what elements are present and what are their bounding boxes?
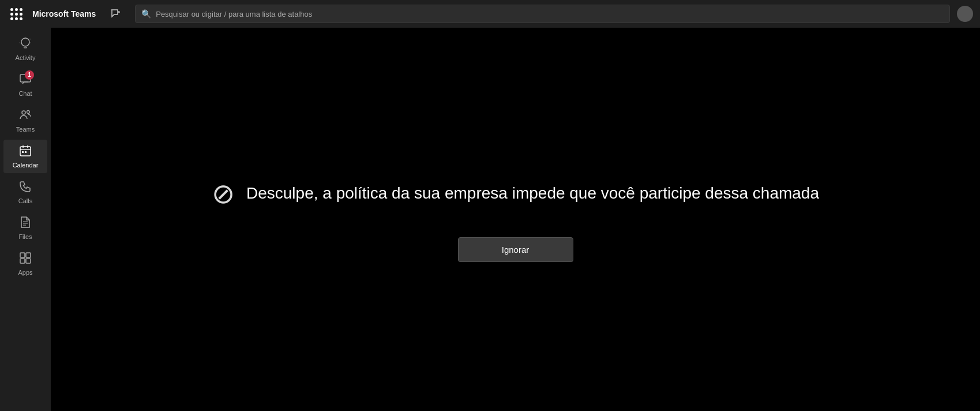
teams-icon (19, 109, 32, 124)
svg-rect-7 (26, 253, 31, 257)
main-content: ⊘ Desculpe, a política da sua empresa im… (51, 28, 980, 411)
teams-label: Teams (16, 126, 35, 133)
main-area: Activity 1 Chat Teams (0, 28, 980, 411)
apps-label: Apps (18, 269, 32, 276)
sidebar-item-teams[interactable]: Teams (3, 104, 47, 137)
activity-icon (19, 37, 32, 52)
topbar: Microsoft Teams 🔍 Pesquisar ou digitar /… (0, 0, 980, 28)
chat-icon: 1 (19, 73, 32, 88)
svg-rect-4 (22, 151, 24, 153)
sidebar-item-calendar[interactable]: Calendar (3, 140, 47, 173)
user-avatar[interactable] (957, 6, 973, 22)
calls-icon (19, 180, 32, 195)
error-text: Desculpe, a política da sua empresa impe… (246, 184, 819, 203)
chat-label: Chat (18, 90, 32, 97)
sidebar-item-chat[interactable]: 1 Chat (3, 68, 47, 102)
new-chat-button[interactable] (107, 6, 123, 22)
svg-rect-5 (25, 151, 27, 153)
files-label: Files (18, 233, 32, 240)
files-icon (19, 216, 32, 231)
sidebar-item-calls[interactable]: Calls (3, 175, 47, 209)
calendar-label: Calendar (13, 162, 39, 169)
search-placeholder-text: Pesquisar ou digitar / para uma lista de… (156, 10, 312, 18)
sidebar-item-apps[interactable]: Apps (3, 247, 47, 281)
app-title: Microsoft Teams (32, 9, 96, 18)
search-icon: 🔍 (141, 9, 151, 18)
error-message-container: ⊘ Desculpe, a política da sua empresa im… (212, 177, 819, 210)
apps-icon (19, 252, 32, 267)
apps-grid-button[interactable] (7, 5, 25, 23)
activity-label: Activity (16, 54, 36, 61)
sidebar-item-activity[interactable]: Activity (3, 32, 47, 66)
svg-rect-6 (20, 253, 25, 257)
dismiss-button[interactable]: Ignorar (458, 237, 573, 262)
sidebar: Activity 1 Chat Teams (0, 28, 51, 411)
search-bar[interactable]: 🔍 Pesquisar ou digitar / para uma lista … (135, 5, 950, 23)
sidebar-item-files[interactable]: Files (3, 211, 47, 245)
ban-icon: ⊘ (212, 177, 235, 210)
chat-badge: 1 (25, 70, 34, 80)
svg-point-2 (27, 111, 30, 114)
grid-icon (10, 8, 22, 20)
svg-rect-9 (26, 259, 31, 263)
svg-rect-8 (20, 259, 25, 263)
calendar-icon (19, 144, 32, 159)
svg-point-1 (22, 111, 25, 114)
calls-label: Calls (18, 197, 32, 204)
